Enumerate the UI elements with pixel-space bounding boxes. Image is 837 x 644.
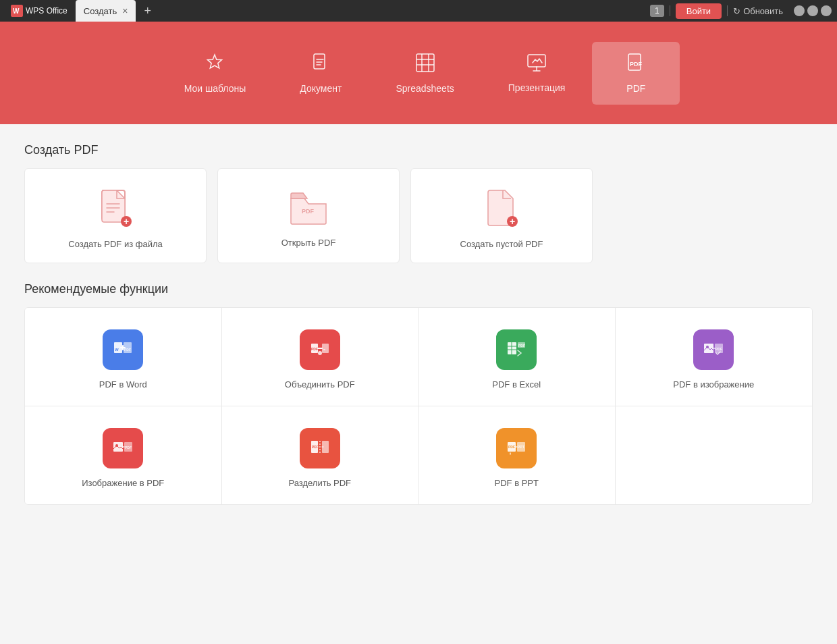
presentation-label: Презентация [508,82,566,93]
tab-label: Создать [84,6,117,16]
spreadsheets-label: Spreadsheets [396,83,454,94]
split-pdf-icon: PDF [300,428,340,468]
nav-bar: Мои шаблоны Документ Spreadsheets [0,22,837,124]
app-name: WPS Office [26,6,68,16]
pdf-to-ppt-label: PDF в PPT [495,478,539,488]
nav-item-presentation[interactable]: Презентация [481,43,593,104]
app-logo[interactable]: W WPS Office [5,2,73,20]
spreadsheets-icon [415,53,435,78]
notification-badge[interactable]: 1 [650,5,664,17]
create-empty-pdf-card[interactable]: + Создать пустой PDF [410,168,593,263]
new-tab-button[interactable]: + [138,4,157,18]
pdf-to-image-card[interactable]: PDF PDF в изображение [616,308,813,406]
svg-text:PDF: PDF [124,348,131,352]
svg-rect-2 [416,54,434,72]
update-button[interactable]: ↻ Обновить [733,6,783,16]
pdf-to-ppt-card[interactable]: PDF PPT PDF в PPT [418,406,616,504]
svg-rect-24 [322,344,329,353]
login-button[interactable]: Войти [676,3,722,19]
merge-pdf-card[interactable]: PDF Объединить PDF [222,308,419,406]
minimize-button[interactable] [794,5,805,16]
merge-pdf-label: Объединить PDF [285,379,355,390]
close-button[interactable] [821,5,832,16]
pdf-to-word-label: PDF в Word [99,379,147,390]
pdf-to-word-card[interactable]: W PDF PDF в Word [25,308,222,406]
svg-text:PDF: PDF [508,445,515,449]
svg-text:W: W [115,348,119,352]
svg-rect-1 [314,54,325,69]
pdf-icon: PDF [626,53,646,78]
document-icon [311,53,330,78]
svg-text:PDF: PDF [716,347,722,351]
empty-feature-card [616,406,813,504]
pdf-to-word-icon: W PDF [103,329,143,370]
update-icon: ↻ [733,6,740,16]
open-pdf-icon: PDF [288,189,329,227]
svg-text:PDF: PDF [518,344,525,348]
svg-text:PPT: PPT [518,445,524,449]
title-bar: W WPS Office Создать × + 1 Войти ↻ Обнов… [0,0,837,22]
my-templates-label: Мои шаблоны [184,83,246,94]
features-grid: W PDF PDF в Word PDF Объединить PDF [24,307,813,505]
active-tab[interactable]: Создать × [76,0,136,22]
tab-close-icon[interactable]: × [122,5,128,16]
main-content: Создать PDF + Создать PDF из файла PDF [0,124,837,644]
my-templates-icon [205,53,225,78]
update-label: Обновить [743,6,783,16]
image-to-pdf-label: Изображение в PDF [82,478,164,488]
divider2 [727,5,728,16]
open-pdf-label: Открыть PDF [281,238,336,248]
pdf-label: PDF [626,83,645,94]
merge-pdf-icon: PDF [300,329,340,370]
create-empty-pdf-icon: + [484,188,519,228]
nav-item-my-templates[interactable]: Мои шаблоны [157,42,273,105]
split-pdf-card[interactable]: PDF Разделить PDF [222,406,419,504]
create-pdf-cards: + Создать PDF из файла PDF Открыть PDF +… [24,168,813,263]
split-pdf-label: Разделить PDF [288,478,351,488]
svg-point-25 [318,351,322,355]
create-from-file-label: Создать PDF из файла [68,239,162,249]
recommended-features-title: Рекомендуемые функции [24,282,813,296]
pdf-to-ppt-icon: PDF PPT [496,428,537,468]
image-to-pdf-card[interactable]: PDF Изображение в PDF [25,406,222,504]
title-bar-right: 1 Войти ↻ Обновить [650,3,832,19]
svg-text:PDF: PDF [630,61,643,68]
create-empty-pdf-label: Создать пустой PDF [460,239,543,249]
svg-text:PDF: PDF [311,347,318,351]
pdf-to-image-icon: PDF [693,329,734,370]
create-pdf-section-title: Создать PDF [24,143,813,157]
nav-item-document[interactable]: Документ [273,42,369,105]
pdf-to-image-label: PDF в изображение [673,379,754,390]
svg-text:PDF: PDF [302,208,315,215]
document-label: Документ [300,83,342,94]
divider [670,5,670,16]
window-controls [794,5,832,16]
pdf-to-excel-label: PDF в Excel [492,379,541,390]
svg-text:+: + [510,216,515,227]
pdf-to-excel-card[interactable]: PDF PDF в Excel [418,308,616,406]
wps-logo-icon: W [11,5,23,17]
open-pdf-card[interactable]: PDF Открыть PDF [217,168,400,263]
create-from-file-icon: + [98,188,133,228]
presentation-icon [526,53,547,77]
pdf-to-excel-icon: PDF [496,329,537,370]
nav-item-spreadsheets[interactable]: Spreadsheets [369,42,481,105]
create-from-file-card[interactable]: + Создать PDF из файла [24,168,207,263]
svg-text:PDF: PDF [125,446,132,450]
image-to-pdf-icon: PDF [103,428,143,468]
svg-text:W: W [13,7,20,15]
maximize-button[interactable] [807,5,818,16]
nav-item-pdf[interactable]: PDF PDF [592,42,680,105]
svg-text:+: + [124,216,129,227]
